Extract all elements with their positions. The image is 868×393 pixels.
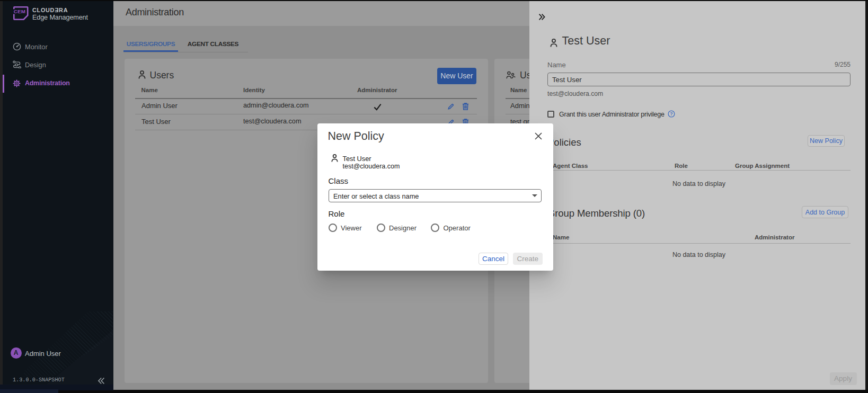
svg-text:?: ?	[670, 111, 672, 117]
svg-text:CEM: CEM	[14, 8, 25, 14]
